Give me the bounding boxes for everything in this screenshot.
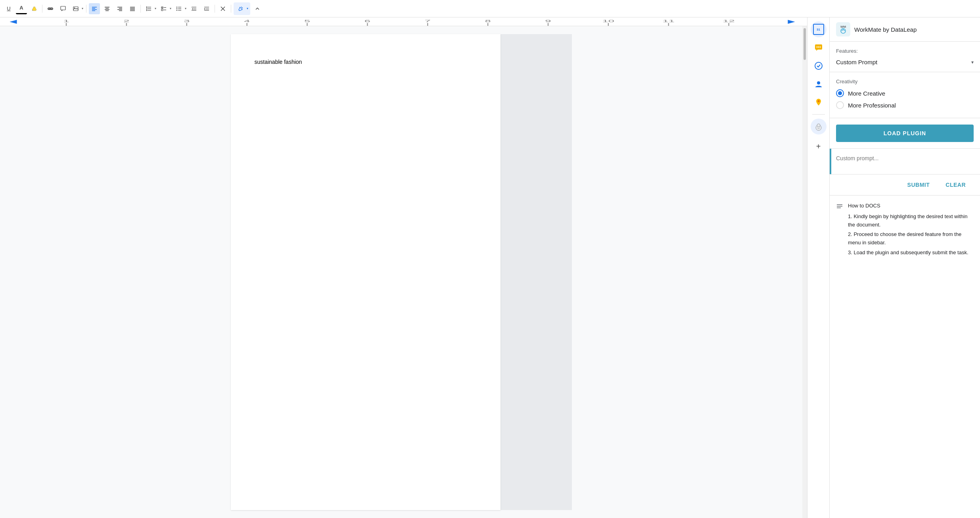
bullet-list-arrow[interactable]: ▾ <box>184 7 187 10</box>
icon-strip: 31 + <box>807 17 829 518</box>
more-creative-option[interactable]: More Creative <box>836 89 974 97</box>
svg-marker-42 <box>788 20 795 24</box>
svg-point-29 <box>176 8 177 9</box>
features-label: Features: <box>836 48 974 54</box>
checklist-group[interactable]: ▾ <box>158 3 172 14</box>
image-btn-group[interactable]: ▾ <box>70 3 84 14</box>
add-plugin-btn[interactable]: + <box>812 140 825 153</box>
svg-point-75 <box>817 124 820 127</box>
link-btn[interactable] <box>45 3 56 14</box>
task-check-icon-btn[interactable] <box>811 58 827 74</box>
align-justify-btn[interactable] <box>127 3 138 14</box>
line-spacing-btn[interactable] <box>143 3 154 14</box>
pen-arrow[interactable]: ▾ <box>246 7 249 10</box>
more-creative-radio[interactable] <box>836 89 844 97</box>
more-professional-option[interactable]: More Professional <box>836 101 974 109</box>
submit-btn[interactable]: SUBMIT <box>899 179 938 190</box>
highlight-btn[interactable] <box>29 3 40 14</box>
collapse-btn[interactable] <box>252 3 263 14</box>
svg-point-69 <box>818 46 819 48</box>
svg-marker-41 <box>10 20 17 24</box>
person-icon-btn[interactable] <box>811 76 827 92</box>
svg-point-71 <box>815 62 822 69</box>
chat-icon-btn[interactable] <box>811 40 827 56</box>
load-plugin-btn[interactable]: LOAD PLUGIN <box>836 125 974 142</box>
clear-format-btn[interactable] <box>217 3 228 14</box>
image-btn[interactable] <box>70 3 81 14</box>
sidebar-header: WM WorkMate by DataLeap <box>830 17 980 42</box>
prompt-section <box>830 149 980 175</box>
feature-selected-text: Custom Prompt <box>836 59 877 65</box>
plugin-icon-btn[interactable] <box>811 119 827 134</box>
svg-text:12: 12 <box>723 19 735 23</box>
underline-btn[interactable]: U <box>3 3 14 14</box>
location-pin-icon-btn[interactable] <box>811 94 827 110</box>
align-right-btn[interactable] <box>114 3 125 14</box>
svg-point-73 <box>817 100 819 102</box>
svg-text:2: 2 <box>123 19 129 23</box>
more-professional-label: More Professional <box>848 102 896 109</box>
line-spacing-arrow[interactable]: ▾ <box>154 7 157 10</box>
more-creative-label: More Creative <box>848 90 885 97</box>
pen-group[interactable]: ▾ <box>234 2 250 15</box>
sidebar-title: WorkMate by DataLeap <box>854 26 917 33</box>
svg-point-68 <box>816 46 817 48</box>
doc-scroll-area[interactable]: sustainable fashion <box>0 26 802 518</box>
scrollbar-thumb[interactable] <box>804 28 806 60</box>
clear-btn[interactable]: CLEAR <box>938 179 974 190</box>
svg-point-72 <box>817 81 820 84</box>
doc-right-page <box>501 34 572 510</box>
google-calendar-icon-btn[interactable]: 31 <box>811 21 827 37</box>
svg-point-31 <box>176 10 177 10</box>
comment-btn[interactable] <box>58 3 69 14</box>
indent-group[interactable] <box>188 3 199 14</box>
doc-pages-wrapper: sustainable fashion <box>231 34 572 510</box>
svg-rect-25 <box>161 9 163 11</box>
sidebar-logo: WM <box>836 22 850 36</box>
svg-text:WM: WM <box>840 25 846 29</box>
plugin-sidebar: WM WorkMate by DataLeap Features: Custom… <box>829 17 980 518</box>
checklist-arrow[interactable]: ▾ <box>169 7 172 10</box>
docs-title: How to DOCS <box>848 202 974 210</box>
font-color-btn[interactable]: A <box>16 3 27 14</box>
svg-text:3: 3 <box>184 19 190 23</box>
svg-text:8: 8 <box>485 19 491 23</box>
icon-strip-divider <box>812 114 825 115</box>
custom-prompt-input[interactable] <box>831 149 980 174</box>
main-area: 1 2 3 4 5 6 7 8 9 10 11 <box>0 17 980 518</box>
increase-indent-btn[interactable] <box>201 3 212 14</box>
svg-point-27 <box>176 6 177 7</box>
load-plugin-section: LOAD PLUGIN <box>830 118 980 149</box>
svg-rect-0 <box>49 8 52 9</box>
svg-text:10: 10 <box>602 19 614 23</box>
decrease-indent-btn[interactable] <box>188 3 199 14</box>
svg-text:1: 1 <box>63 19 69 23</box>
feature-select[interactable]: Custom Prompt ▾ <box>836 57 974 67</box>
feature-dropdown-arrow[interactable]: ▾ <box>971 59 974 65</box>
bullet-list-group[interactable]: ▾ <box>173 3 187 14</box>
docs-content: How to DOCS 1. Kindly begin by highlight… <box>848 202 974 257</box>
doc-container: 1 2 3 4 5 6 7 8 9 10 11 <box>0 17 807 518</box>
toolbar: U A ▾ ▾ ▾ <box>0 0 980 17</box>
scrollbar[interactable] <box>802 26 807 518</box>
svg-text:4: 4 <box>244 19 250 23</box>
align-left-btn[interactable] <box>89 3 100 14</box>
svg-rect-1 <box>61 6 65 10</box>
docs-step-3: 3. Load the plugin and subsequently subm… <box>848 249 974 257</box>
svg-text:11: 11 <box>663 19 675 23</box>
svg-point-70 <box>819 46 821 48</box>
doc-page[interactable]: sustainable fashion <box>231 34 501 510</box>
docs-step-1: 1. Kindly begin by highlighting the desi… <box>848 213 974 229</box>
doc-text: sustainable fashion <box>255 58 477 66</box>
action-section: SUBMIT CLEAR <box>830 175 980 196</box>
ruler: 1 2 3 4 5 6 7 8 9 10 11 <box>0 17 807 26</box>
creativity-section: Creativity More Creative More Profession… <box>830 72 980 118</box>
line-spacing-group[interactable]: ▾ <box>143 3 157 14</box>
docs-step-2: 2. Proceed to choose the desired feature… <box>848 230 974 247</box>
more-professional-radio[interactable] <box>836 101 844 109</box>
align-center-btn[interactable] <box>102 3 113 14</box>
pen-btn[interactable] <box>235 3 246 14</box>
checklist-btn[interactable] <box>158 3 169 14</box>
bullet-list-btn[interactable] <box>173 3 184 14</box>
image-arrow[interactable]: ▾ <box>81 7 84 10</box>
